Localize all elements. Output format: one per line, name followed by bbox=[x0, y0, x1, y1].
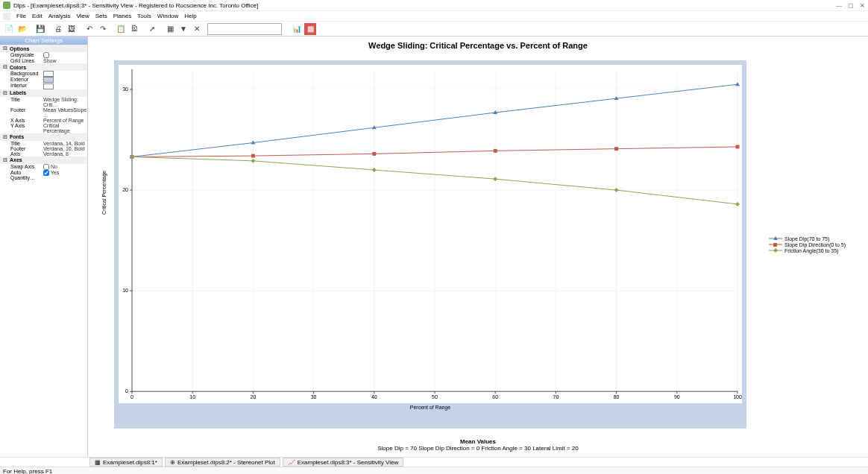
chart-frame: 01020304050607080901000102030 Critical P… bbox=[114, 60, 746, 429]
font-title-value[interactable]: Verdana, 14, Bold bbox=[43, 141, 87, 146]
undo-icon[interactable]: ↶ bbox=[84, 23, 95, 35]
menu-view[interactable]: View bbox=[76, 13, 89, 19]
status-bar: For Help, press F1 bbox=[0, 467, 868, 474]
menu-analysis[interactable]: Analysis bbox=[48, 13, 71, 19]
print-icon[interactable]: 🖨 bbox=[52, 23, 64, 35]
legend-item: Slope Dip(70 to 75) bbox=[769, 236, 846, 241]
selector-dropdown[interactable] bbox=[207, 23, 282, 35]
svg-text:20: 20 bbox=[251, 395, 257, 400]
clear-filter-icon[interactable]: ✕ bbox=[191, 23, 203, 35]
svg-text:30: 30 bbox=[122, 86, 128, 92]
svg-rect-54 bbox=[251, 154, 255, 158]
title-bar: Dips - [Exampleset.dips8:3* - Sensitivit… bbox=[0, 0, 868, 11]
maximize-icon[interactable]: ▢ bbox=[848, 2, 854, 9]
svg-text:50: 50 bbox=[432, 395, 438, 400]
label-y-value[interactable]: Critical Percentage bbox=[43, 123, 87, 133]
group-colors[interactable]: Colors bbox=[0, 63, 87, 71]
copy-icon[interactable]: 📋 bbox=[115, 23, 127, 35]
footer-title: Mean Values bbox=[88, 438, 868, 446]
minimize-icon[interactable]: — bbox=[836, 2, 842, 9]
svg-text:30: 30 bbox=[311, 395, 317, 400]
new-file-icon[interactable]: 📄 bbox=[3, 23, 15, 35]
svg-rect-56 bbox=[494, 149, 497, 153]
svg-text:0: 0 bbox=[130, 395, 133, 400]
svg-marker-70 bbox=[773, 248, 778, 253]
color-ext[interactable] bbox=[43, 77, 54, 83]
prop-interior: Interior bbox=[10, 83, 43, 89]
close-icon[interactable]: ✕ bbox=[860, 2, 865, 9]
svg-marker-63 bbox=[614, 188, 619, 192]
document-tabs: ▦Exampleset.dips8:1* ⊕Exampleset.dips8:2… bbox=[0, 457, 868, 467]
label-footer-value[interactable]: Mean ValuesSlope … bbox=[43, 107, 87, 118]
svg-rect-68 bbox=[773, 243, 777, 247]
doc-icon: ▦ bbox=[95, 459, 101, 466]
svg-text:40: 40 bbox=[371, 395, 377, 400]
label-title-value[interactable]: Wedge Sliding: Criti… bbox=[43, 97, 87, 107]
menu-sets[interactable]: Sets bbox=[95, 13, 107, 19]
panel-title: Chart Settings bbox=[0, 37, 87, 45]
svg-text:80: 80 bbox=[614, 395, 620, 400]
gridlines-value[interactable]: Show bbox=[43, 58, 87, 63]
auto-qty-checkbox[interactable] bbox=[43, 170, 49, 176]
filter-icon[interactable]: ▼ bbox=[177, 23, 189, 35]
svg-text:90: 90 bbox=[674, 395, 680, 400]
save-icon[interactable]: 💾 bbox=[34, 23, 46, 35]
select-icon[interactable]: ➚ bbox=[146, 23, 158, 35]
window-title: Dips - [Exampleset.dips8:3* - Sensitivit… bbox=[13, 2, 258, 9]
main-toolbar: 📄 📂 💾 🖨 🖼 ↶ ↷ 📋 🖻 ➚ ▦ ▼ ✕ 📊 ▦ bbox=[0, 22, 868, 37]
doc-tab-1[interactable]: ▦Exampleset.dips8:1* bbox=[89, 458, 163, 467]
legend: Slope Dip(70 to 75)Slope Dip Direction(0… bbox=[769, 236, 846, 253]
redo-icon[interactable]: ↷ bbox=[97, 23, 109, 35]
doc-icon: 📈 bbox=[288, 459, 295, 466]
grayscale-checkbox[interactable] bbox=[43, 52, 49, 58]
svg-marker-52 bbox=[735, 83, 740, 86]
doc-tab-2[interactable]: ⊕Exampleset.dips8:2* - Stereonet Plot bbox=[165, 458, 280, 467]
chart-plot[interactable]: 01020304050607080901000102030 Critical P… bbox=[119, 65, 742, 403]
menu-help[interactable]: Help bbox=[184, 13, 196, 19]
svg-marker-64 bbox=[735, 202, 740, 206]
group-axes[interactable]: Axes bbox=[0, 157, 87, 164]
doc-tab-3[interactable]: 📈Exampleset.dips8:3* - Sensitivity View bbox=[283, 458, 403, 467]
chart-footer: Mean Values Slope Dip = 70 Slope Dip Dir… bbox=[88, 435, 868, 457]
menu-window[interactable]: Window bbox=[157, 13, 178, 19]
svg-marker-61 bbox=[372, 168, 377, 172]
open-folder-icon[interactable]: 📂 bbox=[16, 23, 28, 35]
chart-icon[interactable]: 📊 bbox=[291, 23, 303, 35]
legend-item: Slope Dip Direction(0 to 5) bbox=[769, 241, 846, 247]
color-int[interactable] bbox=[43, 83, 54, 89]
svg-rect-55 bbox=[372, 152, 376, 156]
prop-exterior: Exterior bbox=[10, 77, 43, 83]
svg-marker-60 bbox=[251, 159, 255, 163]
color-bg[interactable] bbox=[43, 71, 54, 77]
swap-axis-checkbox[interactable] bbox=[43, 164, 49, 170]
svg-rect-57 bbox=[614, 148, 618, 151]
legend-item: Friction Angle(30 to 35) bbox=[769, 247, 846, 253]
system-menu-icon[interactable] bbox=[3, 13, 10, 20]
font-axis-value[interactable]: Verdana, 8 bbox=[43, 151, 87, 157]
svg-marker-62 bbox=[493, 177, 497, 182]
font-footer-value[interactable]: Verdana, 10, Bold bbox=[43, 146, 87, 151]
group-fonts[interactable]: Fonts bbox=[0, 133, 87, 141]
group-options[interactable]: Options bbox=[0, 45, 87, 52]
svg-text:0: 0 bbox=[125, 389, 128, 394]
prop-background: Background bbox=[10, 71, 43, 77]
excel-export-icon[interactable]: ▦ bbox=[304, 23, 316, 35]
svg-text:70: 70 bbox=[553, 395, 559, 400]
menu-edit[interactable]: Edit bbox=[32, 13, 43, 19]
copy-image-icon[interactable]: 🖻 bbox=[128, 23, 140, 35]
chart-title: Wedge Sliding: Critical Percentage vs. P… bbox=[88, 37, 868, 54]
prop-gridlines: Grid Lines bbox=[10, 58, 43, 63]
menu-bar: File Edit Analysis View Sets Planes Tool… bbox=[0, 11, 868, 22]
svg-rect-58 bbox=[736, 145, 740, 149]
label-x-value[interactable]: Percent of Range bbox=[43, 118, 87, 123]
x-axis-label: Percent of Range bbox=[119, 405, 742, 410]
menu-planes[interactable]: Planes bbox=[113, 13, 131, 19]
print-preview-icon[interactable]: 🖼 bbox=[66, 23, 78, 35]
grid-icon[interactable]: ▦ bbox=[164, 23, 176, 35]
group-labels[interactable]: Labels bbox=[0, 89, 87, 97]
properties-panel: Chart Settings Options Grayscale Grid Li… bbox=[0, 37, 88, 457]
svg-text:10: 10 bbox=[189, 395, 195, 400]
menu-tools[interactable]: Tools bbox=[137, 13, 151, 19]
menu-file[interactable]: File bbox=[16, 13, 26, 19]
svg-text:10: 10 bbox=[122, 288, 128, 294]
